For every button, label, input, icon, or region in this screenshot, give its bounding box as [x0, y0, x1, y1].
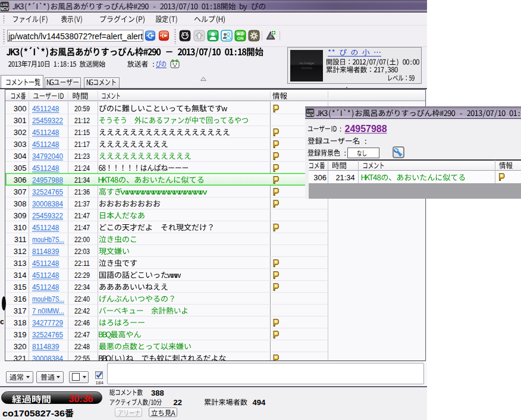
svg-text:21:34: 21:34 — [336, 173, 355, 182]
svg-text:24957988: 24957988 — [345, 124, 387, 134]
svg-text:306: 306 — [313, 173, 327, 182]
svg-text:NCV: NCV — [306, 113, 314, 117]
svg-text:LIVE: LIVE — [307, 109, 314, 113]
